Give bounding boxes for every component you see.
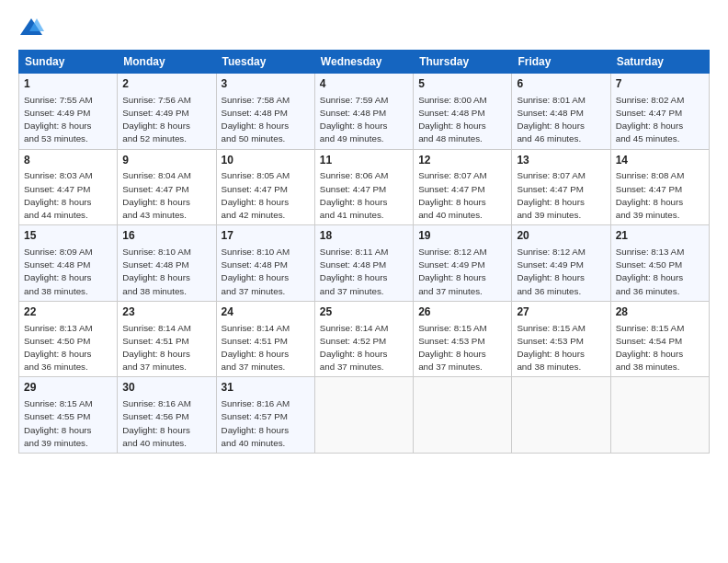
- day-number: 30: [122, 380, 210, 396]
- cell-content: Sunrise: 7:59 AM Sunset: 4:48 PM Dayligh…: [320, 94, 408, 146]
- cell-content: Sunrise: 8:16 AM Sunset: 4:57 PM Dayligh…: [222, 397, 310, 450]
- day-number: 16: [122, 228, 210, 244]
- day-number: 23: [122, 304, 210, 320]
- cell-content: Sunrise: 8:15 AM Sunset: 4:54 PM Dayligh…: [616, 322, 704, 374]
- day-number: 7: [616, 76, 704, 92]
- cell-content: Sunrise: 8:15 AM Sunset: 4:55 PM Dayligh…: [24, 397, 112, 450]
- calendar-cell: 10Sunrise: 8:05 AM Sunset: 4:47 PM Dayli…: [216, 149, 314, 225]
- day-number: 5: [418, 76, 506, 92]
- cell-content: Sunrise: 8:01 AM Sunset: 4:48 PM Dayligh…: [517, 94, 605, 146]
- calendar-cell: 24Sunrise: 8:14 AM Sunset: 4:51 PM Dayli…: [216, 301, 314, 377]
- logo: [18, 15, 48, 40]
- week-row-2: 8Sunrise: 8:03 AM Sunset: 4:47 PM Daylig…: [19, 149, 710, 225]
- cell-content: Sunrise: 8:04 AM Sunset: 4:47 PM Dayligh…: [122, 169, 210, 222]
- calendar-cell: 4Sunrise: 7:59 AM Sunset: 4:48 PM Daylig…: [314, 74, 413, 150]
- col-header-tuesday: Tuesday: [216, 51, 314, 74]
- cell-content: Sunrise: 8:15 AM Sunset: 4:53 PM Dayligh…: [418, 322, 506, 374]
- calendar-cell: 5Sunrise: 8:00 AM Sunset: 4:48 PM Daylig…: [414, 74, 512, 150]
- calendar-cell: 29Sunrise: 8:15 AM Sunset: 4:55 PM Dayli…: [19, 377, 118, 454]
- cell-content: Sunrise: 8:13 AM Sunset: 4:50 PM Dayligh…: [616, 246, 704, 298]
- cell-content: Sunrise: 8:07 AM Sunset: 4:47 PM Dayligh…: [418, 169, 506, 222]
- day-number: 21: [616, 228, 704, 244]
- col-header-wednesday: Wednesday: [314, 51, 413, 74]
- week-row-5: 29Sunrise: 8:15 AM Sunset: 4:55 PM Dayli…: [19, 377, 710, 454]
- cell-content: Sunrise: 8:11 AM Sunset: 4:48 PM Dayligh…: [320, 246, 408, 298]
- day-number: 12: [418, 153, 506, 168]
- day-number: 29: [24, 380, 112, 396]
- cell-content: Sunrise: 8:09 AM Sunset: 4:48 PM Dayligh…: [24, 246, 112, 298]
- cell-content: Sunrise: 8:16 AM Sunset: 4:56 PM Dayligh…: [122, 397, 210, 450]
- calendar-cell: 27Sunrise: 8:15 AM Sunset: 4:53 PM Dayli…: [512, 301, 610, 377]
- day-number: 1: [24, 76, 112, 92]
- calendar-cell: 8Sunrise: 8:03 AM Sunset: 4:47 PM Daylig…: [19, 149, 118, 225]
- day-number: 3: [222, 76, 310, 92]
- logo-icon: [18, 15, 44, 40]
- calendar-cell: 13Sunrise: 8:07 AM Sunset: 4:47 PM Dayli…: [512, 149, 610, 225]
- calendar-header-row: SundayMondayTuesdayWednesdayThursdayFrid…: [19, 51, 710, 74]
- calendar-cell: 3Sunrise: 7:58 AM Sunset: 4:48 PM Daylig…: [216, 74, 314, 150]
- day-number: 17: [222, 228, 310, 244]
- day-number: 13: [517, 153, 605, 168]
- calendar-cell: 28Sunrise: 8:15 AM Sunset: 4:54 PM Dayli…: [610, 301, 709, 377]
- header: [18, 15, 710, 40]
- calendar-cell: 22Sunrise: 8:13 AM Sunset: 4:50 PM Dayli…: [19, 301, 118, 377]
- calendar-cell: 9Sunrise: 8:04 AM Sunset: 4:47 PM Daylig…: [118, 149, 216, 225]
- day-number: 8: [24, 153, 112, 168]
- cell-content: Sunrise: 8:07 AM Sunset: 4:47 PM Dayligh…: [517, 169, 605, 222]
- calendar-cell: 6Sunrise: 8:01 AM Sunset: 4:48 PM Daylig…: [512, 74, 610, 150]
- day-number: 10: [222, 153, 310, 168]
- calendar-cell: 12Sunrise: 8:07 AM Sunset: 4:47 PM Dayli…: [414, 149, 512, 225]
- calendar-cell: 31Sunrise: 8:16 AM Sunset: 4:57 PM Dayli…: [216, 377, 314, 454]
- cell-content: Sunrise: 8:10 AM Sunset: 4:48 PM Dayligh…: [222, 246, 310, 298]
- cell-content: Sunrise: 8:14 AM Sunset: 4:51 PM Dayligh…: [122, 322, 210, 374]
- day-number: 26: [418, 304, 506, 320]
- cell-content: Sunrise: 8:10 AM Sunset: 4:48 PM Dayligh…: [122, 246, 210, 298]
- calendar-cell: 20Sunrise: 8:12 AM Sunset: 4:49 PM Dayli…: [512, 225, 610, 302]
- col-header-thursday: Thursday: [414, 51, 512, 74]
- calendar-cell: [314, 377, 413, 454]
- day-number: 11: [320, 153, 408, 168]
- day-number: 27: [517, 304, 605, 320]
- cell-content: Sunrise: 8:03 AM Sunset: 4:47 PM Dayligh…: [24, 169, 112, 222]
- calendar-cell: 15Sunrise: 8:09 AM Sunset: 4:48 PM Dayli…: [19, 225, 118, 302]
- cell-content: Sunrise: 7:56 AM Sunset: 4:49 PM Dayligh…: [122, 94, 210, 146]
- cell-content: Sunrise: 8:02 AM Sunset: 4:47 PM Dayligh…: [616, 94, 704, 146]
- cell-content: Sunrise: 8:12 AM Sunset: 4:49 PM Dayligh…: [418, 246, 506, 298]
- cell-content: Sunrise: 8:13 AM Sunset: 4:50 PM Dayligh…: [24, 322, 112, 374]
- week-row-3: 15Sunrise: 8:09 AM Sunset: 4:48 PM Dayli…: [19, 225, 710, 302]
- day-number: 18: [320, 228, 408, 244]
- day-number: 2: [122, 76, 210, 92]
- day-number: 22: [24, 304, 112, 320]
- calendar-cell: 16Sunrise: 8:10 AM Sunset: 4:48 PM Dayli…: [118, 225, 216, 302]
- cell-content: Sunrise: 8:15 AM Sunset: 4:53 PM Dayligh…: [517, 322, 605, 374]
- calendar-cell: 30Sunrise: 8:16 AM Sunset: 4:56 PM Dayli…: [118, 377, 216, 454]
- calendar-cell: 7Sunrise: 8:02 AM Sunset: 4:47 PM Daylig…: [610, 74, 709, 150]
- col-header-sunday: Sunday: [19, 51, 118, 74]
- calendar-cell: 21Sunrise: 8:13 AM Sunset: 4:50 PM Dayli…: [610, 225, 709, 302]
- day-number: 4: [320, 76, 408, 92]
- calendar-cell: 19Sunrise: 8:12 AM Sunset: 4:49 PM Dayli…: [414, 225, 512, 302]
- cell-content: Sunrise: 8:05 AM Sunset: 4:47 PM Dayligh…: [222, 169, 310, 222]
- cell-content: Sunrise: 7:55 AM Sunset: 4:49 PM Dayligh…: [24, 94, 112, 146]
- cell-content: Sunrise: 8:08 AM Sunset: 4:47 PM Dayligh…: [616, 169, 704, 222]
- calendar-cell: 11Sunrise: 8:06 AM Sunset: 4:47 PM Dayli…: [314, 149, 413, 225]
- calendar-cell: 14Sunrise: 8:08 AM Sunset: 4:47 PM Dayli…: [610, 149, 709, 225]
- calendar-cell: 23Sunrise: 8:14 AM Sunset: 4:51 PM Dayli…: [118, 301, 216, 377]
- day-number: 20: [517, 228, 605, 244]
- cell-content: Sunrise: 8:14 AM Sunset: 4:52 PM Dayligh…: [320, 322, 408, 374]
- calendar-cell: 17Sunrise: 8:10 AM Sunset: 4:48 PM Dayli…: [216, 225, 314, 302]
- calendar-cell: [610, 377, 709, 454]
- calendar-cell: 26Sunrise: 8:15 AM Sunset: 4:53 PM Dayli…: [414, 301, 512, 377]
- col-header-saturday: Saturday: [610, 51, 709, 74]
- day-number: 14: [616, 153, 704, 168]
- page: SundayMondayTuesdayWednesdayThursdayFrid…: [0, 0, 728, 563]
- cell-content: Sunrise: 8:00 AM Sunset: 4:48 PM Dayligh…: [418, 94, 506, 146]
- col-header-monday: Monday: [118, 51, 216, 74]
- day-number: 6: [517, 76, 605, 92]
- calendar-cell: 18Sunrise: 8:11 AM Sunset: 4:48 PM Dayli…: [314, 225, 413, 302]
- cell-content: Sunrise: 8:14 AM Sunset: 4:51 PM Dayligh…: [222, 322, 310, 374]
- calendar-table: SundayMondayTuesdayWednesdayThursdayFrid…: [18, 50, 710, 454]
- day-number: 25: [320, 304, 408, 320]
- week-row-1: 1Sunrise: 7:55 AM Sunset: 4:49 PM Daylig…: [19, 74, 710, 150]
- day-number: 28: [616, 304, 704, 320]
